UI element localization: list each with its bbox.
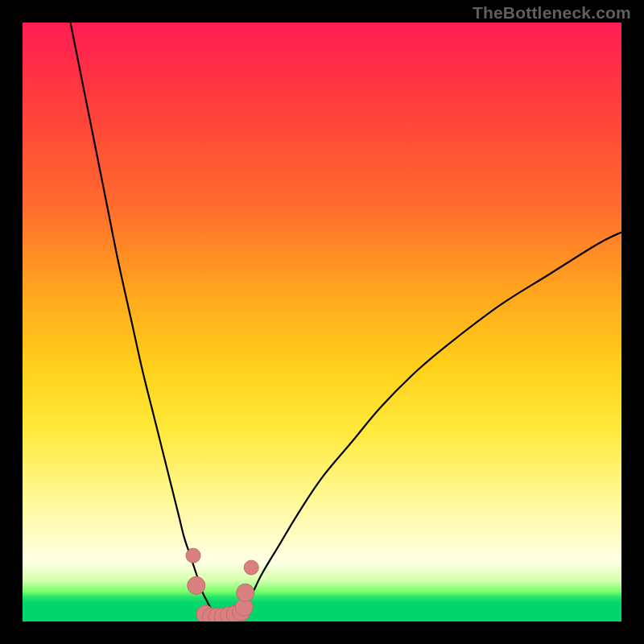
curve-layer: [23, 23, 621, 621]
chart-frame: TheBottleneck.com: [0, 0, 644, 644]
valley-marker: [188, 576, 205, 594]
curve-right-branch: [238, 232, 621, 615]
valley-markers: [186, 548, 258, 621]
curve-left-branch: [71, 23, 215, 616]
valley-marker: [237, 584, 254, 601]
valley-marker: [244, 560, 258, 575]
watermark-text: TheBottleneck.com: [473, 3, 631, 23]
valley-marker: [186, 548, 200, 563]
plot-area: [23, 23, 621, 621]
bottleneck-curve: [71, 23, 621, 616]
